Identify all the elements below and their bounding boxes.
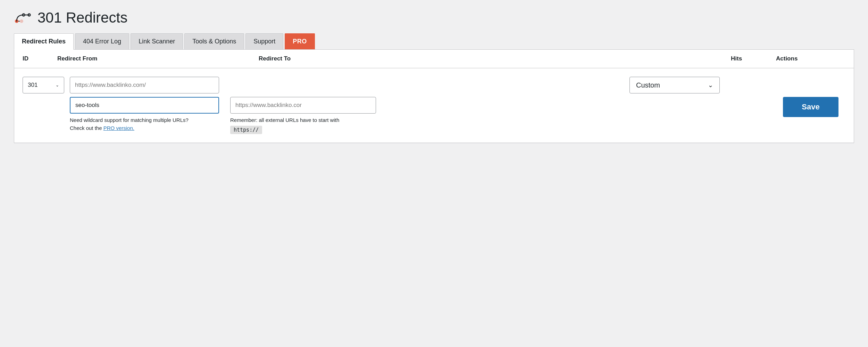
custom-type-label: Custom (636, 81, 660, 89)
tab-redirect-rules[interactable]: Redirect Rules (14, 33, 74, 50)
external-url-helper: Remember: all external URLs have to star… (230, 116, 720, 124)
seo-tools-input[interactable] (70, 97, 219, 114)
tabs-container: Redirect Rules 404 Error Log Link Scanne… (14, 33, 854, 50)
form-area: 301 ⌄ Custom ⌄ Need wildcard s (14, 68, 854, 143)
col-actions: Actions (776, 55, 845, 62)
page-title: 301 Redirects (37, 10, 127, 25)
redirect-type-arrow: ⌄ (56, 83, 59, 88)
main-content: ID Redirect From Redirect To Hits Action… (14, 50, 854, 143)
col-hits: Hits (731, 55, 776, 62)
tab-support[interactable]: Support (245, 33, 283, 49)
col-redirect-from: Redirect From (57, 55, 259, 62)
tab-link-scanner[interactable]: Link Scanner (131, 33, 183, 49)
custom-type-select[interactable]: Custom ⌄ (629, 77, 720, 93)
redirect-type-value: 301 (28, 82, 37, 89)
tab-pro[interactable]: PRO (285, 33, 315, 49)
col-id: ID (23, 55, 57, 62)
custom-type-arrow: ⌄ (708, 81, 713, 89)
tab-tools-options[interactable]: Tools & Options (184, 33, 244, 49)
col-redirect-to: Redirect To (259, 55, 731, 62)
redirect-to-input[interactable] (230, 97, 376, 114)
page-header: 301 Redirects (14, 10, 854, 25)
pro-link-text: Check out the PRO version. (70, 124, 219, 132)
redirect-type-select[interactable]: 301 ⌄ (23, 77, 64, 93)
table-header: ID Redirect From Redirect To Hits Action… (14, 50, 854, 68)
logo-icon (14, 11, 32, 25)
svg-point-1 (20, 19, 23, 23)
save-button[interactable]: Save (783, 97, 838, 117)
redirect-from-url-input[interactable] (70, 77, 219, 93)
wildcard-helper-text: Need wildcard support for matching multi… (70, 116, 219, 124)
https-badge: https:// (230, 126, 262, 134)
pro-version-link[interactable]: PRO version. (103, 125, 134, 131)
tab-404-error-log[interactable]: 404 Error Log (75, 33, 129, 49)
